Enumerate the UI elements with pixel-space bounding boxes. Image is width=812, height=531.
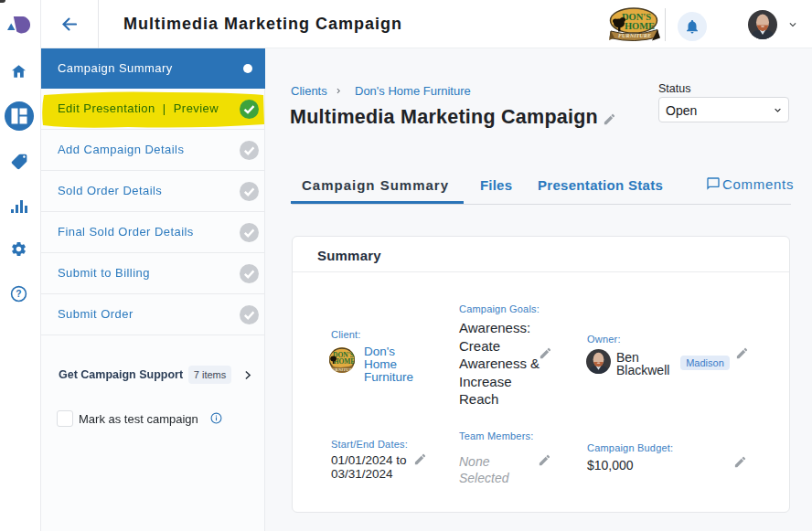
svg-text:DON'S: DON'S [622,12,651,22]
svg-text:HOME: HOME [625,21,655,31]
svg-text:HOME: HOME [334,357,355,366]
svg-text:FURNITURE: FURNITURE [329,367,355,372]
svg-text:FURNITURE: FURNITURE [618,32,651,38]
svg-text:?: ? [16,289,21,299]
